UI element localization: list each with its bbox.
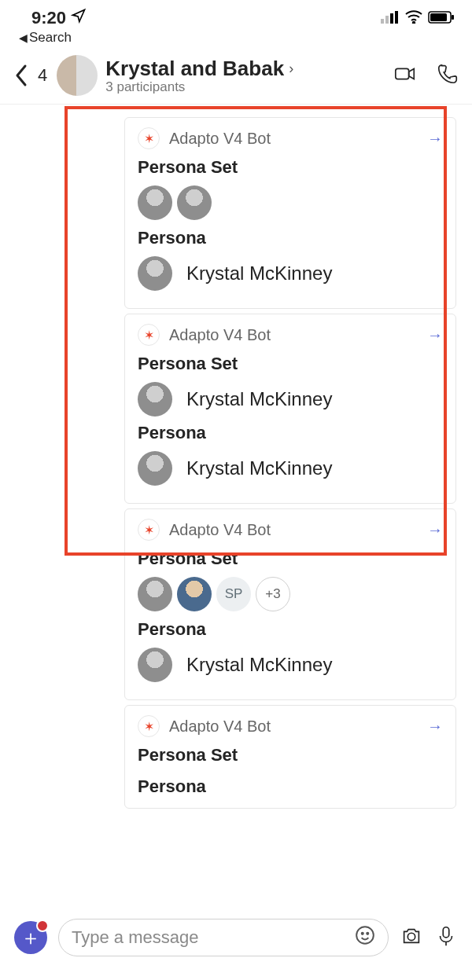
svg-point-12: [407, 933, 415, 940]
avatar: [177, 185, 212, 220]
card-open-arrow-icon[interactable]: →: [427, 326, 443, 344]
back-to-search[interactable]: ◀ Search: [0, 30, 472, 50]
avatar: [177, 577, 212, 611]
adaptive-card[interactable]: ✶ Adapto V4 Bot → Persona Set SP +3 Pers…: [124, 508, 456, 700]
composer: ＋ Type a message: [0, 907, 472, 980]
status-time: 9:20: [31, 8, 66, 28]
persona-set-facepile: [138, 185, 443, 220]
svg-rect-2: [390, 13, 393, 24]
avatar-overflow[interactable]: +3: [256, 577, 290, 611]
chevron-right-icon: ›: [289, 61, 293, 77]
svg-rect-6: [430, 13, 447, 21]
back-button[interactable]: [11, 64, 30, 87]
card-open-arrow-icon[interactable]: →: [427, 521, 443, 539]
back-search-label: Search: [29, 30, 72, 46]
adaptive-card[interactable]: ✶ Adapto V4 Bot → Persona Set Persona: [124, 705, 456, 809]
mic-button[interactable]: [434, 924, 458, 951]
bot-avatar-icon: ✶: [138, 324, 160, 346]
audio-call-button[interactable]: [436, 62, 459, 89]
battery-icon: [428, 8, 455, 28]
back-triangle-icon: ◀: [19, 31, 28, 44]
section-label-persona: Persona: [138, 423, 443, 443]
status-bar: 9:20: [0, 0, 472, 30]
messages-area[interactable]: ✶ Adapto V4 Bot → Persona Set Persona Kr…: [0, 105, 472, 907]
chat-header: 4 Krystal and Babak › 3 participants: [0, 50, 472, 105]
bot-avatar-icon: ✶: [138, 715, 160, 737]
section-label-persona-set: Persona Set: [138, 157, 443, 178]
unread-count: 4: [38, 65, 49, 86]
card-open-arrow-icon[interactable]: →: [427, 130, 443, 148]
avatar: [138, 256, 172, 291]
persona-set-name: Krystal McKinney: [186, 388, 332, 410]
camera-button[interactable]: [400, 924, 423, 951]
avatar: [138, 382, 172, 417]
section-label-persona: Persona: [138, 228, 443, 248]
svg-rect-1: [385, 16, 389, 24]
wifi-icon: [404, 8, 423, 28]
adaptive-card[interactable]: ✶ Adapto V4 Bot → Persona Set Persona Kr…: [124, 117, 456, 309]
section-label-persona-set: Persona Set: [138, 354, 443, 374]
location-arrow-icon: [71, 8, 87, 28]
svg-rect-0: [381, 19, 384, 24]
bot-avatar-icon: ✶: [138, 519, 160, 541]
section-label-persona: Persona: [138, 776, 443, 797]
svg-rect-13: [443, 927, 449, 938]
svg-rect-7: [452, 15, 454, 20]
persona-name: Krystal McKinney: [186, 262, 332, 284]
svg-rect-8: [396, 68, 409, 79]
svg-point-11: [367, 933, 368, 934]
svg-rect-3: [395, 11, 398, 24]
section-label-persona: Persona: [138, 619, 443, 640]
bot-name: Adapto V4 Bot: [169, 718, 271, 736]
bot-avatar-icon: ✶: [138, 127, 160, 149]
svg-point-4: [413, 22, 415, 24]
group-avatar[interactable]: [57, 55, 98, 96]
avatar: [138, 451, 172, 486]
svg-point-10: [362, 933, 363, 934]
bot-name: Adapto V4 Bot: [169, 326, 271, 344]
adaptive-card[interactable]: ✶ Adapto V4 Bot → Persona Set Krystal Mc…: [124, 314, 456, 504]
card-open-arrow-icon[interactable]: →: [427, 718, 443, 736]
emoji-icon[interactable]: [355, 925, 375, 950]
message-input[interactable]: Type a message: [58, 919, 389, 956]
chat-title-block[interactable]: Krystal and Babak › 3 participants: [105, 57, 382, 95]
add-button[interactable]: ＋: [14, 921, 47, 954]
bot-name: Adapto V4 Bot: [169, 130, 271, 148]
section-label-persona-set: Persona Set: [138, 549, 443, 569]
avatar-initials: SP: [216, 577, 251, 611]
chat-subtitle: 3 participants: [105, 79, 382, 95]
persona-set-facepile: SP +3: [138, 577, 443, 611]
svg-point-9: [356, 927, 374, 944]
cellular-icon: [381, 8, 400, 28]
persona-name: Krystal McKinney: [186, 457, 332, 479]
avatar: [138, 185, 172, 220]
section-label-persona-set: Persona Set: [138, 745, 443, 765]
avatar: [138, 577, 172, 611]
bot-name: Adapto V4 Bot: [169, 521, 271, 539]
chat-title: Krystal and Babak: [105, 57, 284, 81]
persona-name: Krystal McKinney: [186, 654, 332, 676]
avatar: [138, 648, 172, 682]
message-input-placeholder: Type a message: [72, 927, 198, 948]
video-call-button[interactable]: [393, 62, 417, 89]
